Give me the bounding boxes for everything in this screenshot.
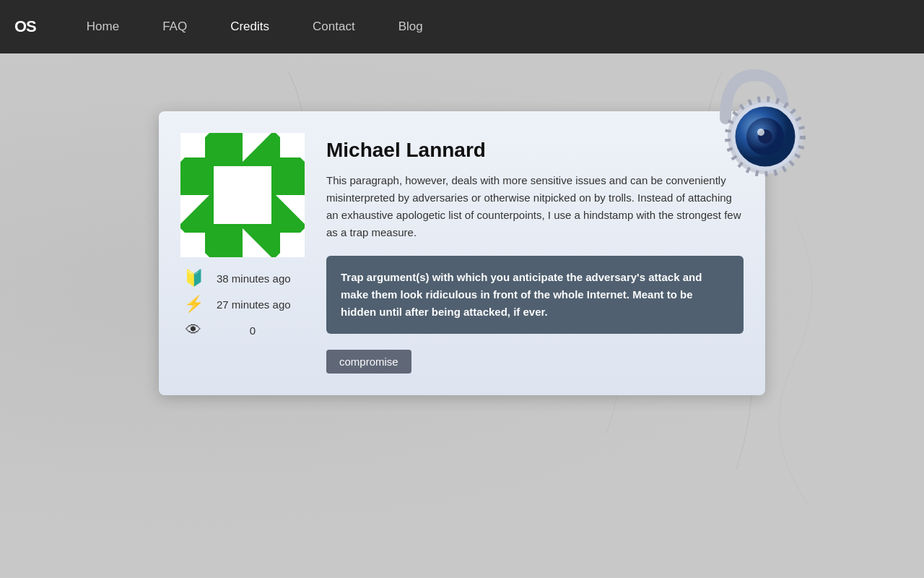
card-main-col: Michael Lannard This paragraph, however,… bbox=[326, 133, 744, 374]
nav-links: Home FAQ Credits Contact Blog bbox=[65, 0, 445, 53]
svg-rect-28 bbox=[280, 233, 300, 253]
main-content: 🔰 38 minutes ago ⚡ 27 minutes ago 👁 0 Mi… bbox=[0, 53, 924, 395]
nav-contact[interactable]: Contact bbox=[291, 0, 377, 53]
lock-icon bbox=[700, 61, 816, 176]
stat-stamp-label: 38 minutes ago bbox=[217, 272, 291, 285]
trap-box: Trap argument(s) with which you anticipa… bbox=[326, 256, 744, 334]
svg-rect-27 bbox=[185, 233, 205, 253]
svg-point-5 bbox=[757, 129, 764, 136]
svg-rect-26 bbox=[280, 137, 300, 158]
nav-faq[interactable]: FAQ bbox=[141, 0, 209, 53]
nav-blog[interactable]: Blog bbox=[377, 0, 445, 53]
stat-views-label: 0 bbox=[217, 324, 289, 337]
tag-section: compromise bbox=[326, 350, 744, 374]
tag-button[interactable]: compromise bbox=[326, 350, 411, 374]
stamp-icon: 🔰 bbox=[180, 269, 206, 288]
user-bio: This paragraph, however, deals with more… bbox=[326, 172, 744, 241]
lock-icon-container bbox=[700, 61, 808, 169]
stat-lightning-label: 27 minutes ago bbox=[217, 298, 291, 311]
navbar: OS Home FAQ Credits Contact Blog bbox=[0, 0, 924, 53]
stats-section: 🔰 38 minutes ago ⚡ 27 minutes ago 👁 0 bbox=[180, 269, 305, 340]
card-body: 🔰 38 minutes ago ⚡ 27 minutes ago 👁 0 Mi… bbox=[180, 133, 744, 374]
user-card: 🔰 38 minutes ago ⚡ 27 minutes ago 👁 0 Mi… bbox=[159, 111, 765, 395]
card-left-col: 🔰 38 minutes ago ⚡ 27 minutes ago 👁 0 bbox=[180, 133, 305, 374]
trap-text: Trap argument(s) with which you anticipa… bbox=[341, 271, 702, 318]
stat-row-lightning: ⚡ 27 minutes ago bbox=[180, 295, 305, 314]
nav-credits[interactable]: Credits bbox=[209, 0, 291, 53]
stat-row-views: 👁 0 bbox=[180, 321, 305, 340]
eye-icon: 👁 bbox=[180, 321, 206, 340]
brand-logo[interactable]: OS bbox=[14, 17, 36, 36]
svg-rect-8 bbox=[214, 166, 271, 224]
user-name: Michael Lannard bbox=[326, 139, 744, 162]
nav-home[interactable]: Home bbox=[65, 0, 141, 53]
avatar bbox=[180, 133, 305, 257]
stat-row-stamp: 🔰 38 minutes ago bbox=[180, 269, 305, 288]
svg-rect-25 bbox=[185, 137, 205, 158]
lightning-icon: ⚡ bbox=[180, 295, 206, 314]
